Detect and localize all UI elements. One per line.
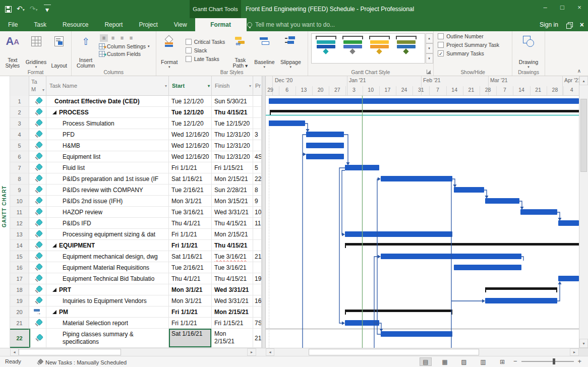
table-scroll-right-icon[interactable]: ▸ (247, 348, 256, 356)
sign-in-link[interactable]: Sign in (540, 21, 558, 28)
task-name-cell[interactable]: Material Selection report (46, 318, 169, 329)
task-name-cell[interactable]: P&IDs review with COMPANY (46, 185, 169, 196)
finish-date-cell[interactable]: Mon 2/15/21 (212, 307, 253, 318)
finish-date-cell[interactable]: Sun 2/28/21 (212, 185, 253, 196)
task-name-cell[interactable]: PRT (46, 284, 169, 295)
predecessors-cell[interactable]: 7S (253, 318, 262, 329)
align-left-icon[interactable]: ≡ (100, 34, 108, 42)
start-date-cell[interactable]: Fri 1/1/21 (169, 162, 212, 173)
row-number[interactable]: 13 (10, 229, 29, 240)
predecessors-cell[interactable]: 10 (253, 207, 262, 218)
task-mode-cell[interactable] (29, 129, 46, 140)
drawing-button[interactable]: Drawing▾ (514, 32, 543, 69)
finish-date-cell[interactable]: Wed 3/31/21 (212, 295, 253, 307)
row-number[interactable]: 7 (10, 162, 29, 173)
layout-button[interactable]: Layout (48, 32, 70, 69)
redo-icon[interactable]: ↷▾ (30, 4, 38, 15)
checkbox-icon[interactable] (438, 42, 444, 48)
finish-date-cell[interactable]: Mon 2/15/21 (212, 229, 253, 240)
table-scroll-thumb[interactable] (19, 349, 121, 355)
start-date-cell[interactable]: Tue 3/16/21 (169, 207, 212, 218)
task-name-cell[interactable]: PROCESS (46, 107, 169, 118)
column-settings-button[interactable]: * Column Settings▾ (99, 43, 150, 49)
gantt-bar-row-12[interactable] (558, 220, 579, 226)
task-name-cell[interactable]: Equipment mechanical design, dwg (46, 251, 169, 262)
gantt-style-gallery[interactable] (311, 33, 425, 64)
task-mode-cell[interactable] (29, 295, 46, 307)
task-mode-cell[interactable] (29, 173, 46, 185)
finish-date-cell[interactable]: Thu 4/15/21 (212, 273, 253, 284)
collapse-triangle-icon[interactable] (52, 110, 56, 114)
predecessors-cell[interactable]: 4S (253, 151, 262, 162)
checkbox-icon[interactable] (186, 56, 192, 62)
checkbox-critical-tasks[interactable]: Critical Tasks (186, 39, 225, 45)
start-date-cell[interactable]: Fri 1/1/21 (169, 229, 212, 240)
gantt-bar-row-1[interactable] (269, 98, 579, 104)
task-mode-cell[interactable] (29, 196, 46, 207)
checkbox-outline-number[interactable]: Outline Number (438, 33, 484, 39)
finish-date-cell[interactable]: Tue 12/15/20 (212, 118, 253, 129)
select-all-corner[interactable] (10, 76, 29, 96)
finish-date-cell[interactable]: Thu 12/31/20 (212, 151, 253, 162)
row-number[interactable]: 6 (10, 151, 29, 162)
gantt-style-option-2[interactable] (339, 35, 366, 62)
gantt-bar-row-11[interactable] (520, 209, 557, 215)
row-number[interactable]: 10 (10, 196, 29, 207)
chart-scroll-left-icon[interactable]: ◂ (266, 348, 274, 356)
finish-date-cell[interactable]: Thu 12/31/20 (212, 129, 253, 140)
task-mode-cell[interactable] (29, 229, 46, 240)
vertical-scrollbar[interactable]: ▴ ▾ (579, 76, 588, 348)
task-name-cell[interactable]: Process Simulation (46, 118, 169, 129)
predecessors-cell[interactable] (253, 240, 262, 251)
baseline-button[interactable]: Baseline▾ (251, 32, 277, 69)
column-header-predecessors[interactable]: Pr (253, 76, 262, 96)
finish-date-cell[interactable]: Thu 12/31/20 (212, 140, 253, 151)
gantt-bar-row-4[interactable] (306, 132, 344, 137)
start-date-cell[interactable]: Tue 12/1/20 (169, 96, 212, 107)
gantt-bar-row-5[interactable] (306, 143, 344, 148)
column-header-start[interactable]: Start▾ (169, 76, 212, 96)
task-name-cell[interactable]: EQUIPMENT (46, 240, 169, 251)
start-date-cell[interactable]: Wed 12/16/20 (169, 129, 212, 140)
finish-date-cell[interactable]: Mon 3/15/21 (212, 196, 253, 207)
start-date-cell[interactable]: Tue 2/16/21 (169, 185, 212, 196)
row-number[interactable]: 22 (10, 329, 29, 348)
gallery-scroll-up-icon[interactable]: ▴ (426, 33, 433, 43)
task-name-cell[interactable]: Contract Effective Date (CED) (46, 96, 169, 107)
close-ribbon-icon[interactable]: × (580, 21, 584, 29)
tell-me-box[interactable]: Tell me what you want to do... (247, 18, 335, 31)
start-date-cell[interactable]: Thu 4/1/21 (169, 273, 212, 284)
vertical-scroll-thumb[interactable] (580, 99, 587, 172)
sort-icon[interactable]: ▾ (208, 78, 210, 94)
task-name-cell[interactable]: PFD (46, 129, 169, 140)
task-name-cell[interactable]: PM (46, 307, 169, 318)
predecessors-cell[interactable]: 19 (253, 273, 262, 284)
finish-date-cell[interactable]: Mon 2/15/21 (212, 329, 253, 348)
checkbox-icon[interactable]: ✓ (438, 50, 444, 56)
customize-qat-icon[interactable]: ▾ (44, 5, 51, 14)
row-number[interactable]: 21 (10, 318, 29, 329)
gantt-bar-row-13[interactable] (345, 231, 452, 237)
task-mode-cell[interactable] (29, 140, 46, 151)
gallery-scroll-down-icon[interactable]: ▾ (426, 43, 433, 53)
custom-fields-button[interactable]: * Custom Fields (99, 51, 150, 57)
finish-date-cell[interactable]: Wed 3/31/21 (212, 284, 253, 295)
predecessors-cell[interactable]: 16 (253, 295, 262, 307)
zoom-out-icon[interactable]: − (513, 357, 517, 365)
gantt-summary-bar-row-20[interactable] (345, 310, 452, 315)
chart-scroll-right-icon[interactable]: ▸ (570, 348, 579, 356)
predecessors-cell[interactable]: 9 (253, 196, 262, 207)
gantt-bar-row-6[interactable] (306, 154, 344, 159)
scroll-down-icon[interactable]: ▾ (579, 339, 588, 348)
row-number[interactable]: 1 (10, 96, 29, 107)
predecessors-cell[interactable] (253, 229, 262, 240)
start-date-cell[interactable]: Tue 12/1/20 (169, 107, 212, 118)
predecessors-cell[interactable] (253, 307, 262, 318)
start-date-cell[interactable]: Thu 4/1/21 (169, 218, 212, 229)
gantt-bar-row-17[interactable] (558, 276, 579, 281)
row-number[interactable]: 18 (10, 284, 29, 295)
predecessors-cell[interactable] (253, 284, 262, 295)
task-mode-cell[interactable] (29, 151, 46, 162)
row-number[interactable]: 11 (10, 207, 29, 218)
finish-date-cell[interactable]: Fri 1/15/21 (212, 162, 253, 173)
